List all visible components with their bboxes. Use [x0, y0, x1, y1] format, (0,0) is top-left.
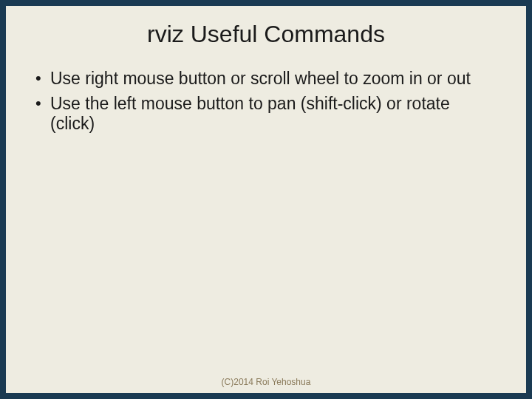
slide-content: Use right mouse button or scroll wheel t… — [6, 55, 526, 377]
slide-footer: (C)2014 Roi Yehoshua — [6, 377, 526, 393]
slide-title: rviz Useful Commands — [6, 6, 526, 55]
bullet-item: Use the left mouse button to pan (shift-… — [34, 94, 498, 134]
bullet-item: Use right mouse button or scroll wheel t… — [34, 69, 498, 89]
bullet-list: Use right mouse button or scroll wheel t… — [34, 69, 498, 134]
slide-container: rviz Useful Commands Use right mouse but… — [6, 6, 526, 393]
